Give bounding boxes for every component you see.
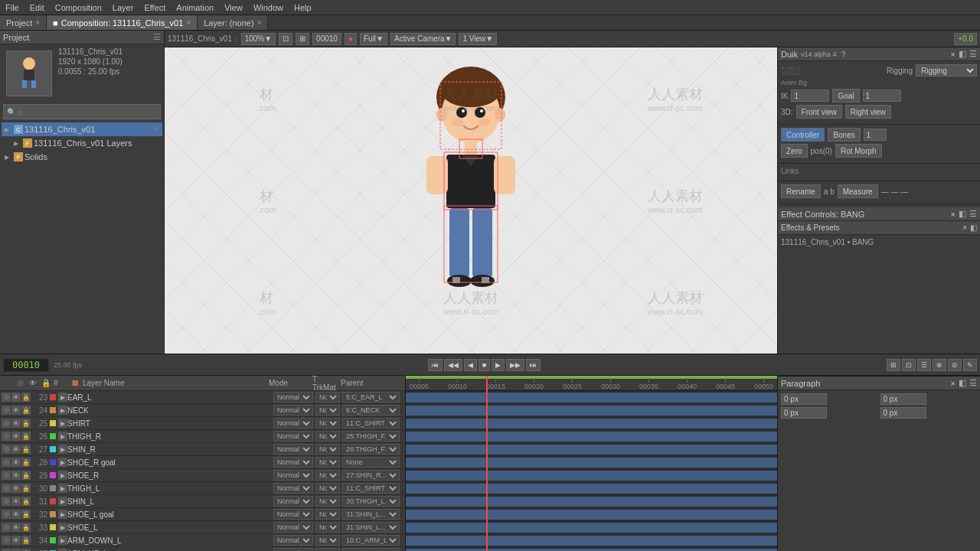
layer-lock-27[interactable]: 🔒 [21, 445, 31, 454]
layer-tid-select-24[interactable]: None [315, 405, 340, 416]
menu-layer[interactable]: Layer [110, 3, 136, 12]
layer-parent-select-28[interactable]: None None [342, 457, 400, 468]
layer-row[interactable]: ☉ 👁 🔒 32 ▶ SHOE_L goal Normal Add Multip… [0, 508, 405, 521]
paragraph-expand-icon[interactable]: ◧ [959, 378, 966, 388]
layer-mode-select-26[interactable]: Normal Add Multiply [273, 431, 313, 442]
paragraph-input-2[interactable] [880, 393, 926, 405]
duik-zero-btn[interactable]: Zero [781, 144, 808, 158]
track-bar[interactable] [406, 432, 777, 442]
layer-row[interactable]: ☉ 👁 🔒 29 ▶ SHOE_R Normal Add Multiply No… [0, 469, 405, 482]
duik-flyout-icon[interactable]: ☰ [969, 49, 977, 59]
layer-mode-select-28[interactable]: Normal Add Multiply [273, 457, 313, 468]
layer-expand-33[interactable]: ▶ [58, 523, 67, 532]
layer-eye-28[interactable]: 👁 [11, 458, 21, 467]
menu-view[interactable]: View [222, 3, 245, 12]
paragraph-menu-icon[interactable]: ☰ [969, 378, 977, 388]
layer-mode-select-33[interactable]: Normal Add Multiply [273, 522, 313, 533]
layer-parent-select-33[interactable]: 31:SHIN_L... None [342, 522, 400, 533]
duik-front-view-btn[interactable]: Front view [796, 105, 842, 119]
layer-expand-25[interactable]: ▶ [58, 419, 67, 428]
tab-project[interactable]: Project × [0, 15, 47, 30]
transport-skip-end[interactable]: ⏭ [526, 359, 541, 371]
layer-mode-select-23[interactable]: Normal Add Multiply [273, 392, 313, 403]
layer-eye-24[interactable]: 👁 [11, 406, 21, 415]
track-bar[interactable] [406, 484, 777, 494]
layer-solo-25[interactable]: ☉ [2, 419, 11, 428]
layer-tid-select-33[interactable]: None [315, 522, 340, 533]
layer-eye-31[interactable]: 👁 [11, 497, 21, 506]
layer-tid-select-32[interactable]: None [315, 509, 340, 520]
timeline-tool-4[interactable]: ⊕ [933, 359, 946, 371]
layer-tid-select-31[interactable]: None [315, 496, 340, 507]
layer-solo-28[interactable]: ☉ [2, 458, 11, 467]
layer-row[interactable]: ☉ 👁 🔒 35 ▶ ARM_UP_L Normal Add Multiply … [0, 547, 405, 551]
layer-tid-select-25[interactable]: None [315, 418, 340, 429]
duik-close-btn[interactable]: × [951, 50, 956, 59]
layer-parent-select-31[interactable]: 30:THIGH_L... None [342, 496, 400, 507]
tab-composition[interactable]: ■ Composition: 131116_Chris_v01 × [47, 15, 198, 30]
frame-display[interactable]: 00010 [312, 33, 341, 45]
layer-tid-select-35[interactable]: None [315, 548, 340, 551]
layer-lock-34[interactable]: 🔒 [21, 536, 31, 545]
layer-parent-select-27[interactable]: 26:THIGH_F... None [342, 444, 400, 455]
layer-row[interactable]: ☉ 👁 🔒 33 ▶ SHOE_L Normal Add Multiply No… [0, 521, 405, 534]
layer-parent-select-35[interactable]: 10:C_ARM_L... None [342, 548, 400, 551]
track-bar[interactable] [406, 510, 777, 520]
layer-solo-29[interactable]: ☉ [2, 471, 11, 480]
layer-lock-32[interactable]: 🔒 [21, 510, 31, 519]
layer-mode-select-24[interactable]: Normal Add Multiply [273, 405, 313, 416]
duik-controller-btn[interactable]: Controller [781, 128, 825, 142]
layer-solo-23[interactable]: ☉ [2, 393, 11, 402]
timeline-tool-1[interactable]: ⊞ [887, 359, 900, 371]
effects-presets-expand[interactable]: ◧ [970, 223, 977, 232]
layer-tid-select-23[interactable]: None [315, 392, 340, 403]
paragraph-input-3[interactable] [781, 407, 827, 419]
layer-eye-26[interactable]: 👁 [11, 432, 21, 441]
layer-solo-26[interactable]: ☉ [2, 432, 11, 441]
layer-mode-select-27[interactable]: Normal Add Multiply [273, 444, 313, 455]
tab-composition-close[interactable]: × [186, 18, 191, 27]
layer-eye-30[interactable]: 👁 [11, 484, 21, 493]
layer-eye-27[interactable]: 👁 [11, 445, 21, 454]
layer-row[interactable]: ☉ 👁 🔒 27 ▶ SHIN_R Normal Add Multiply No… [0, 443, 405, 456]
resolution-selector[interactable]: Full ▼ [360, 33, 387, 45]
layer-solo-30[interactable]: ☉ [2, 484, 11, 493]
duik-goal-btn[interactable]: Goal [832, 89, 859, 103]
duik-expand-icon[interactable]: ◧ [959, 49, 966, 59]
layer-tid-select-29[interactable]: None [315, 470, 340, 481]
layer-parent-select-26[interactable]: 25:THIGH_F... None [342, 431, 400, 442]
track-bar[interactable] [406, 445, 777, 455]
menu-animation[interactable]: Animation [174, 3, 216, 12]
fit-button[interactable]: ⊡ [279, 33, 292, 45]
layer-lock-23[interactable]: 🔒 [21, 393, 31, 402]
layer-mode-select-31[interactable]: Normal Add Multiply [273, 496, 313, 507]
record-button[interactable]: ● [345, 33, 357, 45]
duik-bones-btn[interactable]: Bones [828, 128, 860, 142]
layer-lock-24[interactable]: 🔒 [21, 406, 31, 415]
view-selector[interactable]: 1 View ▼ [459, 33, 497, 45]
layer-row[interactable]: ☉ 👁 🔒 28 ▶ SHOE_R goal Normal Add Multip… [0, 456, 405, 469]
menu-composition[interactable]: Composition [53, 3, 104, 12]
layer-parent-select-25[interactable]: 11:C_SHIRT None [342, 418, 400, 429]
duik-measure-btn[interactable]: Measure [838, 184, 878, 198]
layer-lock-28[interactable]: 🔒 [21, 458, 31, 467]
paragraph-input-4[interactable] [880, 407, 926, 419]
layer-solo-32[interactable]: ☉ [2, 510, 11, 519]
duik-rename-btn[interactable]: Rename [781, 184, 821, 198]
layer-lock-33[interactable]: 🔒 [21, 523, 31, 532]
layer-row[interactable]: ☉ 👁 🔒 24 ▶ NECK Normal Add Multiply None… [0, 404, 405, 417]
paragraph-close-btn[interactable]: × [951, 379, 956, 388]
layer-parent-select-32[interactable]: 31:SHIN_L... None [342, 509, 400, 520]
layer-expand-24[interactable]: ▶ [58, 406, 67, 415]
layer-expand-29[interactable]: ▶ [58, 471, 67, 480]
zoom-selector[interactable]: 100% ▼ [241, 33, 276, 45]
project-search-bar[interactable]: 🔍 [3, 104, 161, 119]
duik-help-icon[interactable]: ? [841, 50, 846, 59]
layer-mode-select-35[interactable]: Normal Add Multiply [273, 548, 313, 551]
layer-tid-select-27[interactable]: None [315, 444, 340, 455]
menu-help[interactable]: Help [292, 3, 314, 12]
transport-play[interactable]: ▶ [492, 359, 505, 371]
layer-lock-31[interactable]: 🔒 [21, 497, 31, 506]
paragraph-input-1[interactable] [781, 393, 827, 405]
time-offset-display[interactable]: +0.0 [954, 33, 977, 45]
